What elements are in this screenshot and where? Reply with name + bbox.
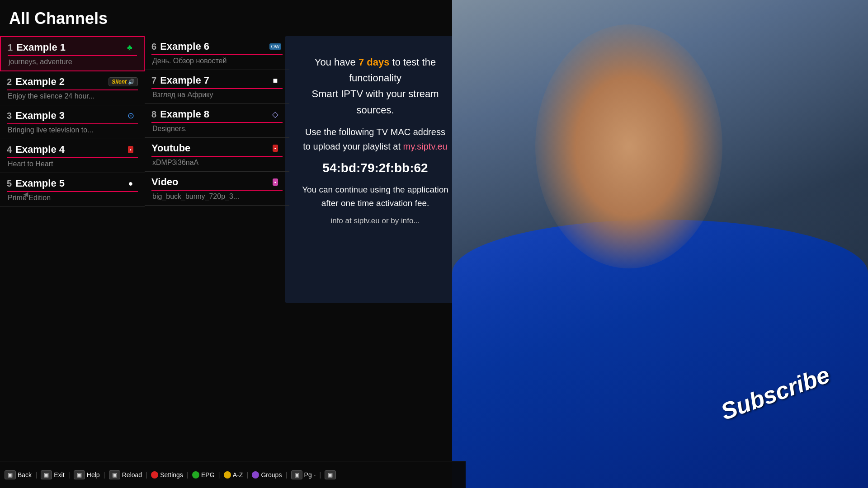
exit-button[interactable]: ▣ Exit (41, 470, 64, 479)
bottom-toolbar: ▣ Back | ▣ Exit | ▣ Help | ▣ Reload | Se… (0, 461, 466, 488)
channel-item-3[interactable]: 3 Example 3 ⊙ Bringing live television t… (0, 105, 145, 139)
yellow-dot (224, 471, 231, 479)
channel-item-6[interactable]: 6 Example 6 OW День. Обзор новостей (145, 36, 289, 70)
page-title: All Channels (9, 9, 108, 28)
channel-4-icon: ▪ (123, 144, 138, 155)
mac-address: 54:bd:79:2f:bb:62 (298, 158, 452, 178)
channel-item-video[interactable]: Video ▪ big_buck_bunny_720p_3... (145, 172, 289, 206)
channel-item-4[interactable]: 4 Example 4 ▪ Heart to Heart (0, 139, 145, 173)
person-silhouette (452, 0, 868, 488)
pg-button[interactable]: ▣ Pg - (291, 470, 316, 479)
video-icon: ▪ (268, 177, 283, 188)
red-dot (151, 471, 158, 479)
info-panel: You have 7 days to test the functionalit… (289, 45, 461, 236)
tv-screen: All Channels You have 7 days to test the… (0, 0, 466, 488)
channel-item-8[interactable]: 8 Example 8 ◇ Designers. (145, 104, 289, 138)
back-button[interactable]: ▣ Back (5, 470, 32, 479)
channel-column-right: 6 Example 6 OW День. Обзор новостей 7 Ex… (145, 36, 289, 325)
channel-item-1[interactable]: 1 Example 1 ♣ journeys, adventure (0, 36, 145, 71)
az-button[interactable]: A-Z (224, 471, 243, 479)
continue-text: You can continue using the application a… (298, 183, 452, 211)
channel-item-youtube[interactable]: Youtube ▪ xDMP3i36naA (145, 138, 289, 172)
settings-button[interactable]: Settings (151, 471, 183, 479)
extra-button[interactable]: ▣ (325, 470, 336, 479)
purple-dot (252, 471, 259, 479)
groups-button[interactable]: Groups (252, 471, 282, 479)
help-button[interactable]: ▣ Help (74, 470, 100, 479)
channel-3-icon: ⊙ (123, 110, 138, 121)
channel-2-icon: Silent 🔊 (108, 77, 138, 86)
channel-7-icon: ■ (268, 75, 283, 86)
more-info: info at siptv.eu or by info... (298, 215, 452, 227)
channel-item-2[interactable]: 2 Example 2 Silent 🔊 Enjoy the silence 2… (0, 71, 145, 105)
channel-column-left: 1 Example 1 ♣ journeys, adventure 2 Exam… (0, 36, 145, 325)
trial-text: You have 7 days to test the functionalit… (298, 54, 452, 118)
channel-5-icon: ● (123, 178, 138, 189)
channel-6-icon: OW (268, 41, 283, 52)
days-highlight: 7 days (359, 56, 390, 68)
epg-button[interactable]: EPG (192, 471, 215, 479)
channel-1-icon: ♣ (123, 42, 137, 53)
mac-section: Use the following TV MAC address to uplo… (298, 125, 452, 154)
green-dot (192, 471, 199, 479)
person-area: Subscribe (452, 0, 868, 488)
channels-container: 1 Example 1 ♣ journeys, adventure 2 Exam… (0, 36, 289, 325)
channel-item-5[interactable]: 5 Example 5 ● Prime Edition (0, 173, 145, 207)
reload-button[interactable]: ▣ Reload (109, 470, 142, 479)
youtube-icon: ▪ (268, 143, 283, 154)
channel-8-icon: ◇ (268, 109, 283, 120)
channel-item-7[interactable]: 7 Example 7 ■ Взгляд на Африку (145, 70, 289, 104)
